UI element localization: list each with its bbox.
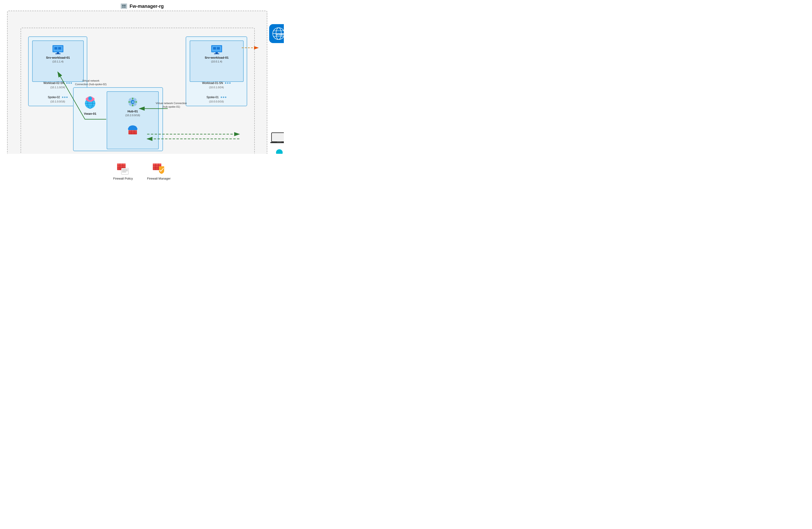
svg-rect-1	[121, 4, 127, 9]
rg-title-text: Fw-manager-rg	[130, 3, 164, 9]
spoke-01-vm-box: Srv-workload-01 (10.0.1.4)	[190, 41, 244, 82]
svg-rect-11	[57, 52, 59, 54]
www-icon: WWW	[271, 26, 284, 41]
svg-rect-2	[122, 5, 124, 6]
rg-title: Fw-manager-rg	[120, 2, 164, 10]
firewall-policy-icon	[117, 163, 130, 175]
svg-rect-52	[128, 133, 137, 134]
hub-inner-box: </> Hub-01 (10.2.0.0/16)	[107, 91, 159, 149]
svg-rect-70	[277, 142, 281, 142]
vm-icon-spoke02	[52, 45, 64, 55]
legend-firewall-manager: Firewall Manager	[147, 163, 171, 180]
svg-rect-8	[54, 47, 57, 49]
vm-icon-spoke01	[211, 45, 222, 55]
laptop-icon	[270, 132, 284, 146]
svg-rect-77	[117, 163, 126, 166]
svg-rect-19	[214, 54, 219, 54]
firewall-manager-icon	[152, 163, 165, 175]
resource-group-icon	[120, 2, 128, 10]
vwan-section: Vwan-01	[78, 95, 102, 115]
svg-rect-84	[121, 168, 128, 174]
svg-rect-51	[128, 132, 137, 133]
spoke02-vm-label: Srv-workload-01 (10.1.1.4)	[33, 56, 83, 63]
svg-point-37	[135, 101, 137, 103]
svg-rect-3	[124, 5, 126, 6]
svg-rect-12	[55, 54, 60, 54]
spoke01-sn-label: Workload-01-SN (10.0.1.0/24)	[186, 81, 247, 89]
spoke01-label: Spoke-01 (10.0.0.0/16)	[186, 95, 247, 103]
svg-rect-4	[122, 6, 124, 8]
diagram-container: Fw-manager-rg	[0, 0, 284, 185]
svg-point-38	[132, 105, 133, 106]
spoke-02-vm-box: Srv-workload-01 (10.1.1.4)	[32, 41, 84, 82]
firewall-policy-label: Firewall Policy	[113, 177, 133, 180]
legend-area: Firewall Policy Firewall Manager	[0, 154, 284, 185]
svg-point-39	[128, 101, 130, 103]
spoke-01-box: Srv-workload-01 (10.0.1.4) Workload-01-S…	[186, 37, 247, 106]
svg-rect-78	[117, 166, 126, 168]
hub-icon: </>	[127, 97, 138, 108]
inner-region: Srv-workload-01 (10.1.1.4) Workload-02-S…	[20, 28, 255, 160]
conn-label-hub-spoke02: Virtual networkConnection (hub-spoke-02)	[72, 79, 110, 86]
rg-box: Srv-workload-01 (10.1.1.4) Workload-02-S…	[7, 11, 267, 176]
svg-rect-9	[58, 47, 61, 49]
spoke01-vm-label: Srv-workload-01 (10.0.1.4)	[190, 56, 243, 63]
legend-firewall-policy: Firewall Policy	[113, 163, 133, 180]
svg-rect-15	[213, 47, 216, 49]
hub-vwan-box: Vwan-01	[73, 87, 163, 151]
svg-rect-68	[272, 133, 284, 141]
firewall-manager-label: Firewall Manager	[147, 177, 171, 180]
firewall-hub-icon	[127, 123, 139, 135]
svg-rect-89	[153, 163, 161, 166]
www-section: WWW	[269, 24, 284, 43]
svg-rect-16	[217, 47, 220, 49]
firewall-in-hub	[107, 123, 158, 136]
vwan-label: Vwan-01	[78, 112, 102, 115]
svg-text:WWW: WWW	[276, 33, 284, 36]
svg-rect-18	[216, 52, 218, 54]
vwan-icon	[83, 95, 98, 110]
svg-text:</>: </>	[132, 101, 134, 103]
svg-rect-50	[128, 130, 137, 131]
svg-point-36	[132, 98, 133, 99]
svg-rect-5	[124, 6, 126, 8]
hub-label: Hub-01 (10.2.0.0/16)	[107, 109, 158, 117]
conn-label-hub-spoke01: Virtual network Connection(hub-spoke-01)	[151, 101, 191, 109]
